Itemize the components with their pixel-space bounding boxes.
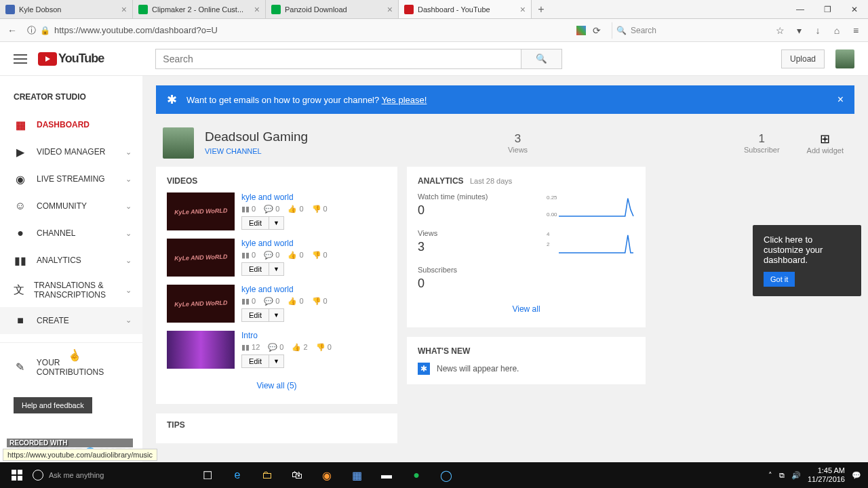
hamburger-icon[interactable] bbox=[14, 54, 27, 64]
close-window-button[interactable]: ✕ bbox=[841, 0, 868, 18]
likes-stat: 👍 0 bbox=[288, 297, 303, 306]
sidebar-item-video-manager[interactable]: ▶ VIDEO MANAGER ⌄ bbox=[0, 138, 142, 165]
tray-volume-icon[interactable]: 🔊 bbox=[791, 471, 801, 480]
tray-chevron-icon[interactable]: ˄ bbox=[768, 471, 772, 480]
tab-youtube[interactable]: Dashboard - YouTube × bbox=[399, 0, 532, 18]
add-widget-button[interactable]: ⊞ Add widget bbox=[796, 131, 854, 155]
channel-avatar[interactable] bbox=[163, 127, 194, 159]
taskbar-app-icon[interactable]: ▦ bbox=[343, 464, 370, 486]
close-icon[interactable]: × bbox=[254, 4, 260, 15]
info-icon[interactable]: ⓘ bbox=[27, 24, 36, 37]
youtube-logo[interactable]: YouTube bbox=[38, 52, 104, 66]
edit-button[interactable]: Edit bbox=[241, 216, 269, 230]
video-thumbnail[interactable]: KyLe AND WoRLD bbox=[167, 192, 235, 230]
edit-button[interactable]: Edit bbox=[241, 354, 269, 368]
dislikes-stat: 👎 0 bbox=[312, 205, 328, 214]
sidebar-item-analytics[interactable]: ▮▮ ANALYTICS ⌄ bbox=[0, 247, 142, 274]
tab-clipmaker[interactable]: Clipmaker 2 - Online Cust... × bbox=[133, 0, 266, 18]
likes-stat: 👍 2 bbox=[292, 343, 307, 352]
sidebar-item-community[interactable]: ☺ COMMUNITY ⌄ bbox=[0, 192, 142, 220]
view-all-analytics-link[interactable]: View all bbox=[418, 300, 635, 318]
home-icon[interactable]: ⌂ bbox=[830, 24, 844, 37]
channel-icon: ● bbox=[14, 226, 27, 240]
url-text: https://www.youtube.com/dashboard?o=U bbox=[54, 25, 572, 35]
sidebar-item-translations[interactable]: 文 TRANSLATIONS & TRANSCRIPTIONS ⌄ bbox=[0, 274, 142, 307]
tab-facebook[interactable]: Kyle Dobson × bbox=[0, 0, 133, 18]
menu-icon[interactable]: ≡ bbox=[849, 24, 863, 37]
minimize-button[interactable]: — bbox=[787, 0, 814, 18]
avatar[interactable] bbox=[835, 49, 854, 68]
sidebar-item-label: ANALYTICS bbox=[37, 256, 81, 265]
url-box[interactable]: ⓘ 🔒 https://www.youtube.com/dashboard?o=… bbox=[24, 24, 606, 37]
close-icon[interactable]: × bbox=[520, 4, 526, 15]
youtube-header: YouTube 🔍 Upload bbox=[0, 42, 868, 76]
help-feedback-button[interactable]: Help and feedback bbox=[14, 397, 92, 413]
view-all-videos-link[interactable]: View all (5) bbox=[167, 377, 387, 394]
search-input[interactable] bbox=[155, 49, 521, 69]
taskbar-edge-icon[interactable]: e bbox=[224, 464, 251, 486]
taskbar-screencast-icon[interactable]: ◯ bbox=[433, 464, 460, 486]
taskbar-explorer-icon[interactable]: 🗀 bbox=[254, 464, 281, 486]
sidebar-item-dashboard[interactable]: ▦ DASHBOARD bbox=[0, 111, 142, 138]
video-thumbnail[interactable] bbox=[167, 331, 235, 369]
video-title-link[interactable]: Intro bbox=[241, 331, 387, 340]
browser-search-box[interactable]: 🔍 Search bbox=[612, 22, 768, 39]
video-title-link[interactable]: kyle and world bbox=[241, 285, 387, 294]
maximize-button[interactable]: ❐ bbox=[814, 0, 841, 18]
news-icon: ✱ bbox=[418, 363, 430, 375]
watermark-line1: RECORDED WITH bbox=[7, 439, 133, 447]
bookmark-star-icon[interactable]: ☆ bbox=[773, 24, 787, 37]
back-button[interactable]: ← bbox=[5, 24, 19, 37]
video-title-link[interactable]: kyle and world bbox=[241, 192, 387, 202]
reload-button[interactable]: ⟳ bbox=[590, 24, 604, 37]
got-it-button[interactable]: Got it bbox=[764, 272, 795, 287]
task-view-icon[interactable]: ☐ bbox=[194, 464, 221, 486]
sidebar-item-label: COMMUNITY bbox=[37, 201, 87, 211]
search-placeholder: Search bbox=[631, 26, 656, 35]
clock-date: 11/27/2016 bbox=[808, 475, 845, 484]
edit-dropdown-button[interactable]: ▼ bbox=[269, 354, 284, 368]
new-tab-button[interactable]: + bbox=[532, 0, 551, 18]
address-bar: ← ⓘ 🔒 https://www.youtube.com/dashboard?… bbox=[0, 19, 868, 42]
close-icon[interactable]: × bbox=[837, 94, 844, 106]
dislikes-stat: 👎 0 bbox=[312, 297, 328, 306]
views-stat: ▮▮ 0 bbox=[241, 251, 256, 260]
tab-panzoid[interactable]: Panzoid Download × bbox=[266, 0, 399, 18]
taskbar-spotify-icon[interactable]: ● bbox=[403, 464, 430, 486]
sidebar-item-create[interactable]: ■ CREATE ⌄ bbox=[0, 307, 142, 334]
cortana-search[interactable]: Ask me anything bbox=[27, 470, 190, 481]
video-title-link[interactable]: kyle and world bbox=[241, 239, 387, 248]
start-button[interactable] bbox=[7, 465, 27, 485]
view-channel-link[interactable]: VIEW CHANNEL bbox=[205, 147, 262, 155]
edit-button[interactable]: Edit bbox=[241, 308, 269, 322]
edit-dropdown-button[interactable]: ▼ bbox=[269, 308, 284, 322]
upload-button[interactable]: Upload bbox=[781, 49, 825, 68]
views-stat: 3 Views bbox=[492, 132, 544, 154]
downloads-icon[interactable]: ↓ bbox=[811, 24, 825, 37]
edit-button[interactable]: Edit bbox=[241, 262, 269, 276]
tray-network-icon[interactable]: ⧉ bbox=[779, 471, 785, 480]
search-button[interactable]: 🔍 bbox=[521, 49, 562, 69]
sidebar-item-live-streaming[interactable]: ◉ LIVE STREAMING ⌄ bbox=[0, 165, 142, 192]
video-thumbnail[interactable]: KyLe AND WoRLD bbox=[167, 239, 235, 277]
taskbar-store-icon[interactable]: 🛍 bbox=[283, 464, 311, 486]
video-thumbnail[interactable]: KyLe AND WoRLD bbox=[167, 285, 235, 323]
pocket-icon[interactable] bbox=[576, 26, 586, 35]
metric-value: 0 bbox=[418, 277, 457, 291]
taskbar-firefox-icon[interactable]: ◉ bbox=[313, 464, 340, 486]
browser-tab-strip: Kyle Dobson × Clipmaker 2 - Online Cust.… bbox=[0, 0, 868, 19]
edit-dropdown-button[interactable]: ▼ bbox=[269, 262, 284, 276]
banner-link[interactable]: Yes please! bbox=[382, 95, 427, 105]
close-icon[interactable]: × bbox=[387, 4, 393, 15]
sidebar-item-channel[interactable]: ● CHANNEL ⌄ bbox=[0, 220, 142, 247]
panel-title: TIPS bbox=[167, 420, 387, 430]
stat-label: Subscriber bbox=[744, 146, 780, 154]
close-icon[interactable]: × bbox=[121, 4, 127, 15]
taskbar-cmd-icon[interactable]: ▬ bbox=[373, 464, 400, 486]
notifications-icon[interactable]: 💬 bbox=[852, 471, 861, 480]
bookmarks-icon[interactable]: ▾ bbox=[792, 24, 806, 37]
edit-dropdown-button[interactable]: ▼ bbox=[269, 216, 284, 230]
dashboard-icon: ▦ bbox=[14, 118, 27, 131]
taskbar-clock[interactable]: 1:45 AM 11/27/2016 bbox=[808, 466, 845, 484]
dislikes-stat: 👎 0 bbox=[312, 251, 328, 260]
